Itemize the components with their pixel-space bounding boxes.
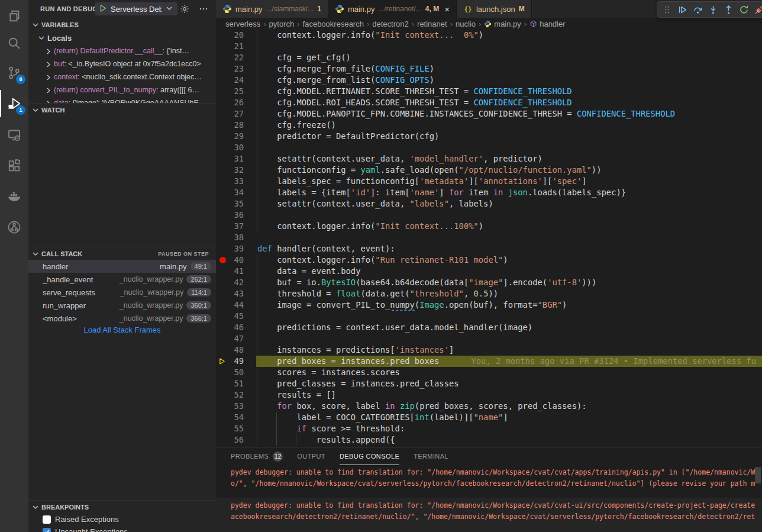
breadcrumb-item-serverless[interactable]: serverless: [225, 20, 260, 28]
code-line-content[interactable]: context.logger.info("Init context...100%…: [256, 221, 762, 232]
variable-row[interactable]: context: <nuclio_sdk.context.Context obj…: [28, 70, 216, 83]
code-line-content[interactable]: labels = {item['id']: item['name'] for i…: [256, 187, 762, 198]
gutter-line-40[interactable]: 40: [216, 254, 256, 266]
drag-handle-button[interactable]: [660, 2, 674, 17]
gutter-line-31[interactable]: 31: [216, 153, 256, 165]
breadcrumb-item-detectron2[interactable]: detectron2: [372, 20, 408, 28]
activity-bar-item-git-graph[interactable]: [0, 214, 28, 241]
code-editor[interactable]: 20 context.logger.info("Init context... …: [216, 30, 762, 447]
editor-tab-main.py[interactable]: main.py.../siammask/...1: [216, 0, 328, 18]
code-line-content[interactable]: scores = instances.scores: [256, 367, 762, 378]
code-line-content[interactable]: data = event.body: [256, 266, 762, 277]
disconnect-button[interactable]: [752, 2, 762, 17]
gutter-line-33[interactable]: 33: [216, 176, 256, 187]
activity-bar-item-run-and-debug[interactable]: 1: [0, 90, 28, 117]
breadcrumb-item-main.py[interactable]: main.py: [484, 20, 521, 28]
breadcrumb-item-facebookresearch[interactable]: facebookresearch: [303, 20, 364, 28]
gutter-line-51[interactable]: 51: [216, 378, 256, 389]
editor-tab-launch.json[interactable]: {}launch.jsonM: [457, 0, 532, 18]
activity-bar-item-extensions[interactable]: [0, 152, 28, 179]
code-line-content[interactable]: instances = predictions['instances']: [256, 344, 762, 356]
gutter-line-53[interactable]: 53: [216, 401, 256, 412]
restart-button[interactable]: [737, 2, 751, 17]
gutter-line-30[interactable]: 30: [216, 142, 256, 153]
code-line-content[interactable]: context.logger.info("Run retinanet-R101 …: [256, 254, 762, 266]
code-line-content[interactable]: [256, 311, 762, 322]
code-line-content[interactable]: label = COCO_CATEGORIES[int(label)]["nam…: [256, 412, 762, 423]
gutter-line-24[interactable]: 24: [216, 75, 256, 86]
variable-row[interactable]: (return) convert_PIL_to_numpy: array([[[…: [28, 83, 216, 96]
continue-button[interactable]: [675, 2, 689, 17]
code-line-content[interactable]: labels_spec = functionconfig['metadata']…: [256, 176, 762, 187]
code-line-content[interactable]: [256, 209, 762, 221]
code-line-content[interactable]: def handler(context, event):: [256, 243, 762, 254]
editor-tab-main.py[interactable]: main.py.../retinanet/...4, M×: [328, 0, 457, 18]
activity-bar-item-source-control[interactable]: 8: [0, 59, 28, 86]
code-line-content[interactable]: context.logger.info("Init context... 0%"…: [256, 30, 762, 41]
variables-scope-locals[interactable]: Locals: [28, 31, 216, 44]
code-line-content[interactable]: cfg.MODEL.PANOPTIC_FPN.COMBINE.INSTANCES…: [256, 108, 762, 120]
code-line-content[interactable]: cfg = get_cfg(): [256, 52, 762, 63]
breadcrumb-item-retinanet[interactable]: retinanet: [417, 20, 447, 28]
breadcrumb-item-nuclio[interactable]: nuclio: [456, 20, 476, 28]
code-line-content[interactable]: buf = io.BytesIO(base64.b64decode(data["…: [256, 277, 762, 288]
variables-section-header[interactable]: VARIABLES: [28, 18, 216, 31]
code-line-content[interactable]: predictions = context.user_data.model_ha…: [256, 322, 762, 333]
watch-section-header[interactable]: WATCH: [28, 103, 216, 116]
code-line-content[interactable]: cfg.merge_from_list(CONFIG_OPTS): [256, 75, 762, 86]
close-icon[interactable]: ×: [444, 5, 450, 14]
activity-bar-item-docker[interactable]: [0, 183, 28, 210]
call-stack-section-header[interactable]: CALL STACK PAUSED ON STEP: [28, 247, 216, 260]
gutter-line-39[interactable]: 39: [216, 243, 256, 254]
gutter-line-56[interactable]: 56: [216, 434, 256, 446]
call-stack-frame[interactable]: run_wrapper_nuclio_wrapper.py360:1: [28, 299, 216, 312]
code-line-content[interactable]: if score >= threshold:: [256, 423, 762, 434]
launch-config-dropdown[interactable]: Serverless Debu: [95, 2, 177, 15]
code-line-content[interactable]: pred_classes = instances.pred_classes: [256, 378, 762, 389]
call-stack-frame[interactable]: <module>_nuclio_wrapper.py366:1: [28, 312, 216, 325]
gutter-line-27[interactable]: 27: [216, 108, 256, 120]
gutter-line-50[interactable]: 50: [216, 367, 256, 378]
call-stack-frame[interactable]: _handle_event_nuclio_wrapper.py262:1: [28, 273, 216, 286]
gutter-line-48[interactable]: 48: [216, 344, 256, 356]
gutter-line-47[interactable]: 47: [216, 333, 256, 344]
gutter-line-32[interactable]: 32: [216, 165, 256, 176]
gutter-line-22[interactable]: 22: [216, 52, 256, 63]
code-line-content[interactable]: threshold = float(data.get("threshold", …: [256, 288, 762, 299]
gutter-line-36[interactable]: 36: [216, 209, 256, 221]
gutter-line-38[interactable]: 38: [216, 232, 256, 243]
code-line-content[interactable]: cfg.freeze(): [256, 120, 762, 131]
panel-scrollbar[interactable]: [755, 467, 761, 483]
gutter-line-52[interactable]: 52: [216, 389, 256, 401]
breakpoints-section-header[interactable]: BREAKPOINTS: [28, 500, 216, 513]
gutter-line-49[interactable]: 49: [216, 356, 256, 367]
panel-tab-terminal[interactable]: TERMINAL: [414, 448, 448, 465]
variable-row[interactable]: (return) DefaultPredictor.__call__: {'in…: [28, 44, 216, 57]
gutter-line-29[interactable]: 29: [216, 131, 256, 142]
load-all-stack-frames-link[interactable]: Load All Stack Frames: [28, 325, 216, 334]
gear-icon[interactable]: [180, 4, 189, 14]
gutter-line-42[interactable]: 42: [216, 277, 256, 288]
code-line-content[interactable]: setattr(context.user_data, 'model_handle…: [256, 153, 762, 165]
breakpoint-icon[interactable]: [219, 257, 226, 263]
code-line-content[interactable]: functionconfig = yaml.safe_load(open("/o…: [256, 165, 762, 176]
call-stack-frame[interactable]: serve_requests_nuclio_wrapper.py114:1: [28, 286, 216, 299]
checked-checkbox[interactable]: [43, 528, 51, 532]
code-line-content[interactable]: cfg.merge_from_file(CONFIG_FILE): [256, 63, 762, 75]
breadcrumb-item-pytorch[interactable]: pytorch: [269, 20, 295, 28]
debug-console-output[interactable]: pydev debugger: unable to find translati…: [216, 465, 762, 532]
gutter-line-20[interactable]: 20: [216, 30, 256, 41]
gutter-line-23[interactable]: 23: [216, 63, 256, 75]
activity-bar-item-remote-explorer[interactable]: [0, 121, 28, 149]
step-over-button[interactable]: [690, 2, 705, 17]
gutter-line-54[interactable]: 54: [216, 412, 256, 423]
code-line-content[interactable]: for box, score, label in zip(pred_boxes,…: [256, 401, 762, 412]
gutter-line-37[interactable]: 37: [216, 221, 256, 232]
call-stack-frame[interactable]: handlermain.py49:1: [28, 260, 216, 273]
gutter-line-35[interactable]: 35: [216, 198, 256, 209]
panel-tab-debug-console[interactable]: DEBUG CONSOLE: [340, 448, 399, 465]
step-into-button[interactable]: [706, 2, 720, 17]
gutter-line-44[interactable]: 44: [216, 299, 256, 311]
code-line-content[interactable]: results.append({: [256, 434, 762, 446]
code-line-content[interactable]: predictor = DefaultPredictor(cfg): [256, 131, 762, 142]
